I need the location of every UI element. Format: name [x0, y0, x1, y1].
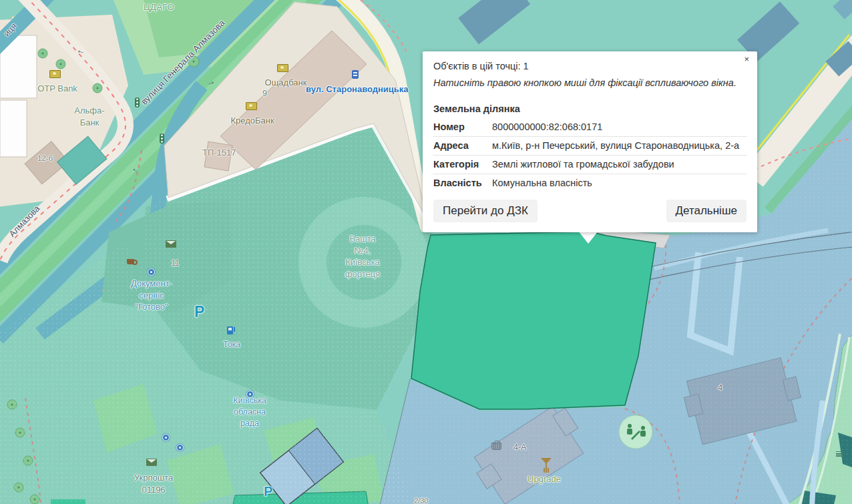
envelope-icon [146, 459, 157, 466]
parcel-address-row: Адреса м.Київ, р-н Печерський, вулиця Ст… [433, 137, 747, 156]
field-label: Власність [433, 178, 492, 188]
selected-parcel[interactable] [411, 232, 656, 409]
coffee-icon [127, 259, 134, 264]
shop-basket-icon [491, 443, 501, 450]
banknote-icon [277, 64, 288, 72]
field-value: Землі житлової та громадської забудови [492, 159, 747, 170]
popup-buttons-row: Перейти до ДЗК Детальніше [433, 200, 747, 222]
field-value: м.Київ, р-н Печерський, вулиця Старонаво… [492, 140, 747, 151]
poi-dot-icon [176, 444, 184, 451]
field-value: 8000000000:82:068:0171 [492, 121, 747, 132]
poi-dot-icon [162, 434, 170, 441]
parcel-number-row: Номер 8000000000:82:068:0171 [433, 118, 747, 137]
field-label: Адреса [433, 140, 492, 151]
objects-count-text: Об'єктів в цій точці: 1 [433, 61, 747, 71]
popup-pointer [578, 231, 598, 244]
field-label: Номер [433, 121, 492, 132]
poi-dot-icon [246, 391, 254, 398]
object-info-popup: × Об'єктів в цій точці: 1 Натисніть прав… [423, 51, 757, 232]
goto-dzk-button[interactable]: Перейти до ДЗК [433, 200, 538, 222]
field-label: Категорія [433, 159, 492, 170]
details-button[interactable]: Детальніше [666, 200, 747, 222]
banknote-icon [49, 70, 61, 78]
ev-charger-icon [227, 326, 233, 334]
popup-hint-text: Натисніть правою кнопкою миші для фіксац… [433, 77, 747, 88]
poi-dot-icon [148, 268, 155, 276]
banknote-icon [246, 102, 257, 110]
parcel-ownership-row: Власність Комунальна власність [433, 174, 747, 192]
traffic-light-icon [160, 134, 164, 144]
map-canvas[interactable]: ← → ← иця ЦДАГО вулиця Генерала Алмазова… [0, 0, 852, 504]
parcel-section-title: Земельна ділянка [433, 103, 747, 114]
stairs-icon [836, 451, 843, 457]
field-value: Комунальна власність [492, 178, 747, 188]
cocktail-bar-icon [541, 458, 552, 469]
close-icon[interactable]: × [744, 55, 749, 63]
traffic-light-icon [135, 97, 140, 107]
envelope-icon [166, 240, 176, 248]
bus-stop-icon [352, 70, 359, 79]
parcel-category-row: Категорія Землі житлової та громадської … [433, 156, 747, 174]
